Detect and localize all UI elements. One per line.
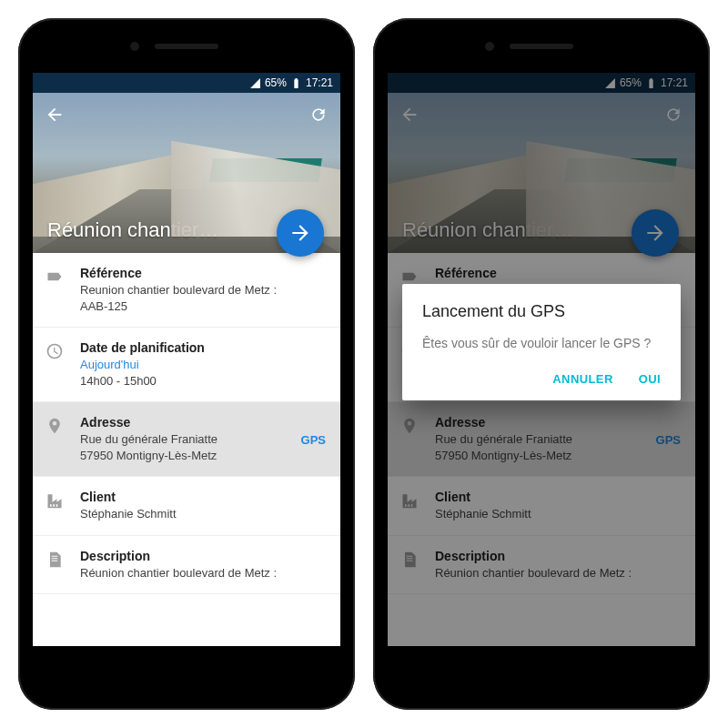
refresh-button[interactable] — [306, 102, 331, 127]
battery-icon — [290, 77, 302, 89]
description-line1: Réunion chantier boulevard de Metz : — [80, 565, 326, 581]
address-label: Adresse — [80, 415, 326, 430]
date-time: 14h00 - 15h00 — [80, 373, 326, 389]
screen-right: 65% 17:21 Réunion chantier… Référence — [388, 73, 695, 646]
dialog-ok-button[interactable]: OUI — [639, 372, 661, 386]
reference-line2: AAB-125 — [80, 298, 326, 315]
status-bar: 65% 17:21 — [33, 73, 340, 93]
row-description: Description Réunion chantier boulevard d… — [33, 536, 340, 595]
date-label: Date de planification — [80, 340, 326, 355]
back-button[interactable] — [42, 102, 67, 127]
phone-frame-left: 65% 17:21 Réunion chantier… Référence — [18, 18, 355, 710]
screen-left: 65% 17:21 Réunion chantier… Référence — [33, 73, 340, 646]
address-line2: 57950 Montigny-Lès-Metz — [80, 448, 326, 464]
row-address[interactable]: Adresse Rue du générale Franiatte 57950 … — [33, 402, 340, 477]
page-title: Réunion chantier… — [47, 218, 218, 242]
description-label: Description — [80, 549, 326, 563]
phone-frame-right: 65% 17:21 Réunion chantier… Référence — [373, 18, 710, 710]
reference-line1: Reunion chantier boulevard de Metz : — [80, 282, 326, 298]
dialog-title: Lancement du GPS — [422, 302, 661, 321]
address-line1: Rue du générale Franiatte — [80, 431, 326, 448]
details-list: Référence Reunion chantier boulevard de … — [33, 253, 340, 594]
reference-label: Référence — [80, 266, 326, 280]
row-client: Client Stéphanie Schmitt — [33, 477, 340, 536]
clock-icon — [46, 342, 66, 364]
next-fab[interactable] — [277, 209, 324, 257]
tag-icon — [46, 268, 66, 289]
dialog-cancel-button[interactable]: ANNULER — [552, 372, 612, 386]
client-name: Stéphanie Schmitt — [80, 506, 326, 522]
arrow-right-icon — [288, 221, 312, 245]
row-date: Date de planification Aujourd'hui 14h00 … — [33, 328, 340, 402]
signal-icon — [249, 77, 261, 89]
date-day: Aujourd'hui — [80, 357, 326, 373]
document-icon — [46, 551, 66, 572]
client-label: Client — [80, 490, 326, 504]
gps-link[interactable]: GPS — [301, 432, 326, 446]
battery-text: 65% — [265, 76, 287, 89]
factory-icon — [46, 491, 66, 513]
dialog-message: Êtes vous sûr de vouloir lancer le GPS ? — [422, 334, 661, 352]
pin-icon — [46, 417, 66, 439]
clock-text: 17:21 — [306, 76, 333, 89]
row-reference: Référence Reunion chantier boulevard de … — [33, 253, 340, 328]
gps-dialog: Lancement du GPS Êtes vous sûr de vouloi… — [402, 284, 681, 400]
